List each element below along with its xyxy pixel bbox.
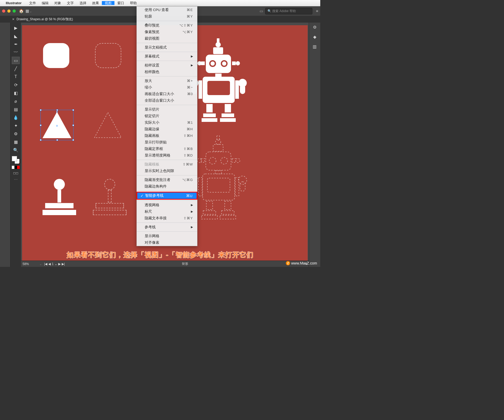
fill-stroke-control[interactable] [12, 156, 20, 164]
menu-item[interactable]: 显示网格 [137, 233, 197, 239]
menu-item[interactable]: 屏幕模式▶ [137, 53, 197, 60]
menu-item[interactable]: 画板适合窗口大小⌘0 [137, 91, 197, 97]
properties-icon[interactable]: ⚙ [313, 25, 317, 30]
search-input[interactable]: 🔍 搜索 Adobe 帮助 [265, 8, 312, 14]
robot-solid[interactable] [190, 38, 250, 126]
workspace-switcher-icon[interactable]: ▦⌄ [25, 9, 32, 13]
menubar-item-帮助[interactable]: 帮助 [127, 1, 140, 5]
curvature-tool[interactable]: 〰 [12, 49, 20, 56]
menu-item[interactable]: 显示透明度网格⇧⌘D [137, 152, 197, 159]
app-name[interactable]: Illustrator [6, 1, 22, 5]
hamburger-icon[interactable]: ≡ [316, 9, 318, 13]
svg-rect-41 [198, 178, 202, 196]
paintbrush-tool[interactable]: ╱ [12, 65, 20, 72]
menu-item[interactable]: 隐藏边缘⌘H [137, 126, 197, 132]
rotate-tool[interactable]: ⟳ [12, 81, 20, 89]
menu-item[interactable]: 实际大小⌘1 [137, 119, 197, 126]
shape-builder-tool[interactable]: ⌀ [12, 97, 20, 105]
triangle-outline[interactable] [93, 112, 122, 138]
arrange-documents-icon[interactable]: ▭ [260, 9, 263, 13]
last-artboard-icon[interactable]: ▶| [62, 262, 65, 266]
menu-item[interactable]: 放大⌘+ [137, 77, 197, 84]
eraser-tool[interactable]: ◧ [12, 89, 20, 97]
zoom-dropdown-icon[interactable]: ⌄ [39, 262, 42, 266]
menu-item[interactable]: 隐藏渐变批注者⌥⌘G [137, 177, 197, 183]
menu-item[interactable]: 像素预览⌥⌘Y [137, 29, 197, 35]
menu-item-shortcut: ⌥⇧⌘Y [179, 23, 193, 27]
menu-item[interactable]: 隐藏定界框⇧⌘B [137, 146, 197, 152]
menu-item[interactable]: 隐藏文本串接⇧⌘Y [137, 215, 197, 221]
menu-item[interactable]: 使用 CPU 查看⌘E [137, 7, 197, 13]
center-point[interactable] [56, 125, 58, 127]
menu-item[interactable]: 标尺▶ [137, 208, 197, 215]
menu-item[interactable]: 缩小⌘− [137, 84, 197, 91]
selection-info: 矩形 [182, 262, 188, 266]
menubar-item-视图[interactable]: 视图 [102, 1, 114, 5]
triangle-solid-selected[interactable] [43, 112, 71, 138]
menu-item[interactable]: 裁切视图 [137, 35, 197, 42]
close-window-icon[interactable] [2, 9, 5, 13]
menubar-item-文件[interactable]: 文件 [26, 1, 39, 5]
view-menu-dropdown[interactable]: 使用 CPU 查看⌘E轮廓⌘Y叠印预览⌥⇧⌘Y像素预览⌥⌘Y裁切视图显示文稿模式… [136, 6, 197, 246]
menu-item-label: 显示实时上色间隙 [145, 169, 193, 173]
artboard-dropdown-icon[interactable]: ⌄ [55, 262, 57, 266]
menu-item[interactable]: 校样颜色 [137, 69, 197, 75]
blend-tool[interactable]: ✦ [12, 122, 20, 129]
menu-item[interactable]: 校样设置▶ [137, 62, 197, 69]
menu-item[interactable]: 显示实时上色间隙 [137, 168, 197, 174]
type-tool[interactable]: T [12, 73, 20, 80]
zoom-tool[interactable]: 🔍 [12, 146, 20, 154]
home-icon[interactable]: 🏠 [19, 9, 24, 13]
pen-tool[interactable]: ✒ [12, 40, 20, 48]
rounded-rectangle-solid[interactable] [43, 43, 69, 68]
document-tab-label[interactable]: Drawing_Shapes.ai @ 58 % (RGB/预览) [17, 17, 73, 22]
menubar-item-选择[interactable]: 选择 [77, 1, 89, 5]
rectangle-tool[interactable]: ▭ [12, 57, 20, 64]
joystick-outline[interactable] [93, 179, 127, 215]
zoom-window-icon[interactable] [13, 9, 16, 13]
menu-item-label: 参考线 [145, 225, 191, 230]
color-mode-swatch[interactable] [12, 166, 20, 169]
symbol-sprayer-tool[interactable]: ⚙ [12, 130, 20, 137]
layers-icon[interactable]: ◆ [313, 34, 316, 39]
menu-item[interactable]: 隐藏边角构件 [137, 183, 197, 190]
menu-item[interactable]: 对齐像素 [137, 239, 197, 246]
menubar-item-效果[interactable]: 效果 [89, 1, 102, 5]
edit-toolbar-icon[interactable]: ⋯ [14, 177, 18, 182]
robot-outline[interactable] [190, 136, 250, 223]
joystick-solid[interactable] [43, 179, 76, 215]
menu-item[interactable]: 锁定切片 [137, 113, 197, 119]
selection-tool[interactable]: ▶ [12, 24, 20, 32]
menu-item[interactable]: 隐藏画板⇧⌘H [137, 132, 197, 139]
menubar-item-文字[interactable]: 文字 [64, 1, 77, 5]
next-artboard-icon[interactable]: ▶ [58, 262, 61, 266]
prev-artboard-icon[interactable]: ◀ [48, 262, 51, 266]
direct-selection-tool[interactable]: ◣ [12, 32, 20, 40]
menu-item-smart-guides[interactable]: 智能参考线⌘U [137, 192, 197, 199]
menu-item[interactable]: 全部适合窗口大小 [137, 97, 197, 104]
svg-point-6 [211, 61, 215, 66]
menu-item[interactable]: 透视网格▶ [137, 202, 197, 208]
gradient-tool[interactable]: ▤ [12, 106, 20, 113]
artboard-navigation[interactable]: |◀ ◀ 1 ⌄ ▶ ▶| [44, 262, 65, 266]
menu-item[interactable]: 参考线▶ [137, 224, 197, 230]
menu-item[interactable]: 叠印预览⌥⇧⌘Y [137, 22, 197, 29]
menubar-item-对象[interactable]: 对象 [51, 1, 64, 5]
menubar-item-窗口[interactable]: 窗口 [114, 1, 127, 5]
menu-item[interactable]: 显示切片 [137, 106, 197, 113]
menu-item[interactable]: 显示文稿模式 [137, 44, 197, 51]
artboard-number[interactable]: 1 [52, 262, 54, 266]
menubar-item-编辑[interactable]: 编辑 [39, 1, 51, 5]
eyedropper-tool[interactable]: 💧 [12, 114, 20, 121]
libraries-icon[interactable]: ▥ [313, 44, 317, 49]
close-tab-icon[interactable]: ✕ [12, 18, 14, 21]
rounded-rectangle-outline[interactable] [95, 43, 121, 68]
draw-mode-icon[interactable]: ◻◻ [12, 171, 20, 175]
artboard-tool[interactable]: ▦ [12, 138, 20, 146]
menu-item[interactable]: 轮廓⌘Y [137, 13, 197, 20]
anchor-point[interactable] [56, 111, 58, 113]
minimize-window-icon[interactable] [7, 9, 10, 13]
menu-item[interactable]: 显示打印拼贴 [137, 139, 197, 146]
zoom-level[interactable]: 58% [23, 262, 37, 266]
first-artboard-icon[interactable]: |◀ [44, 262, 47, 266]
